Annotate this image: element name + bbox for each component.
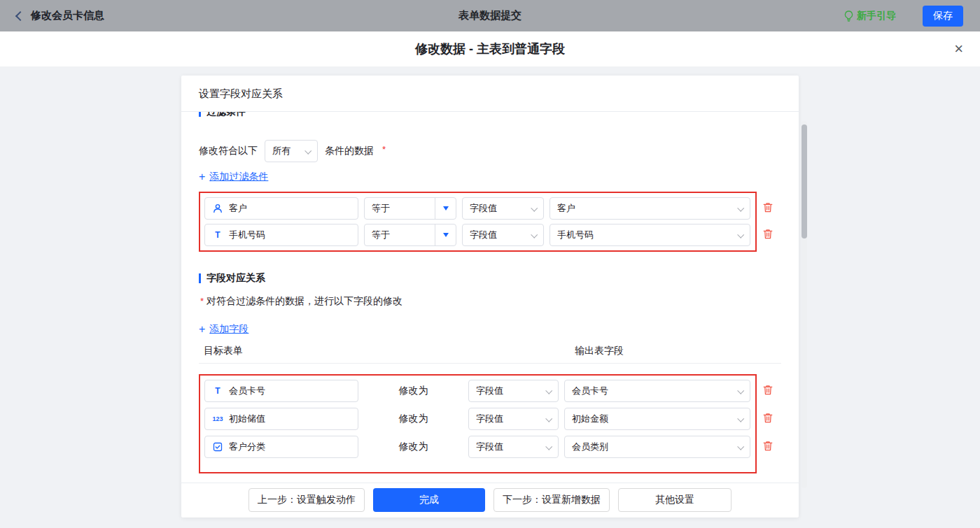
filter-row: 客户 等于 字段值 客户: [204, 197, 751, 220]
scrollbar-thumb[interactable]: [802, 124, 807, 238]
value-select[interactable]: 手机号码: [550, 224, 750, 246]
operator-select[interactable]: 等于: [364, 197, 456, 220]
next-step-button[interactable]: 下一步：设置新增数据: [493, 488, 610, 512]
delete-row-button[interactable]: [761, 227, 775, 243]
target-field-label: 会员卡号: [229, 385, 265, 397]
value-type-label: 字段值: [476, 385, 503, 397]
trash-icon: [762, 228, 774, 240]
value-type-select[interactable]: 字段值: [462, 224, 544, 246]
modify-to-label: 修改为: [358, 441, 468, 453]
delete-row-button[interactable]: [761, 411, 775, 427]
plus-icon: +: [199, 323, 205, 336]
value-type-select[interactable]: 字段值: [462, 197, 544, 220]
value-label: 客户: [557, 202, 575, 215]
trash-icon: [762, 440, 774, 452]
modify-to-label: 修改为: [358, 385, 468, 397]
filter-field-label: 手机号码: [229, 229, 265, 241]
filter-field-input[interactable]: 客户: [204, 197, 358, 220]
output-field-label: 会员卡号: [572, 385, 608, 397]
value-type-select[interactable]: 字段值: [468, 408, 559, 430]
output-field-label: 初始金额: [572, 413, 608, 425]
trash-icon: [762, 384, 774, 396]
back-label: 修改会员卡信息: [31, 9, 104, 22]
text-field-icon: T: [212, 230, 223, 240]
match-scope-select[interactable]: 所有: [265, 140, 318, 162]
modal-title: 修改数据 - 主表到普通字段: [415, 41, 565, 57]
filter-section-title-clipped: 过滤条件: [199, 112, 781, 120]
target-field-input[interactable]: 123 初始储值: [204, 408, 358, 430]
beginner-guide-button[interactable]: 新手引导: [844, 10, 896, 22]
add-filter-condition-label: 添加过滤条件: [209, 171, 268, 183]
number-field-icon: 123: [212, 415, 223, 422]
mapping-rows-region: T 会员卡号 修改为 字段值 会员卡号: [199, 374, 757, 473]
target-field-label: 初始储值: [229, 413, 265, 425]
filter-row: T 手机号码 等于 字段值 手机号码: [204, 224, 751, 246]
add-filter-condition-link[interactable]: + 添加过滤条件: [199, 171, 268, 183]
mapping-row: T 会员卡号 修改为 字段值 会员卡号: [204, 380, 751, 402]
topbar: 修改会员卡信息 表单数据提交 新手引导 保存: [0, 0, 980, 31]
chevron-down-icon: [531, 204, 538, 211]
operator-dropdown-button[interactable]: [435, 224, 456, 245]
back-button[interactable]: 修改会员卡信息: [17, 9, 104, 22]
mapping-row: 客户分类 修改为 字段值 会员类别: [204, 436, 751, 458]
output-field-select[interactable]: 初始金额: [564, 408, 750, 430]
target-field-label: 客户分类: [229, 441, 265, 453]
mapping-row: 123 初始储值 修改为 字段值 初始金额: [204, 408, 751, 430]
other-settings-button[interactable]: 其他设置: [618, 488, 732, 512]
user-icon: [212, 204, 223, 213]
settings-card: 设置字段对应关系 过滤条件 修改符合以下 所有 条件的数据 *: [181, 76, 799, 518]
topbar-actions: 新手引导 保存: [844, 6, 963, 27]
delete-row-button[interactable]: [761, 438, 775, 455]
section-accent-bar: [199, 112, 201, 117]
value-type-label: 字段值: [476, 413, 503, 425]
chevron-down-icon: [737, 204, 744, 211]
chevron-down-icon: [737, 387, 744, 394]
value-type-label: 字段值: [470, 229, 497, 241]
match-prefix-label: 修改符合以下: [199, 145, 258, 157]
mapping-column-headers: 目标表单 输出表字段: [199, 345, 781, 364]
output-field-select[interactable]: 会员卡号: [564, 380, 750, 402]
output-field-label: 会员类别: [572, 441, 608, 453]
add-field-link[interactable]: + 添加字段: [199, 323, 248, 336]
chevron-down-icon: [737, 415, 744, 422]
match-scope-value: 所有: [272, 145, 290, 157]
chevron-down-icon: [304, 147, 312, 154]
filter-section-title: 过滤条件: [206, 112, 246, 118]
lightbulb-icon: [844, 10, 853, 22]
value-type-select[interactable]: 字段值: [468, 436, 559, 458]
text-field-icon: T: [212, 386, 223, 396]
close-icon[interactable]: ×: [954, 41, 963, 57]
output-field-select[interactable]: 会员类别: [564, 436, 750, 458]
value-label: 手机号码: [557, 229, 594, 241]
filter-field-input[interactable]: T 手机号码: [204, 224, 358, 246]
delete-row-button[interactable]: [761, 383, 775, 399]
scrollbar[interactable]: [802, 121, 807, 488]
trash-icon: [762, 201, 774, 213]
chevron-down-icon: [545, 443, 552, 450]
column-header-output: 输出表字段: [575, 345, 624, 357]
plus-icon: +: [199, 171, 205, 183]
delete-row-button[interactable]: [761, 200, 775, 217]
chevron-down-icon: [545, 387, 552, 394]
mapping-description: 对符合过滤条件的数据，进行以下字段的修改: [206, 295, 402, 308]
save-button[interactable]: 保存: [923, 6, 963, 27]
caret-down-icon: [443, 233, 449, 237]
trash-icon: [762, 412, 774, 424]
mapping-section-title: 字段对应关系: [206, 272, 265, 285]
value-select[interactable]: 客户: [550, 197, 750, 220]
target-field-input[interactable]: T 会员卡号: [204, 380, 358, 402]
prev-step-button[interactable]: 上一步：设置触发动作: [248, 488, 365, 512]
match-scope-row: 修改符合以下 所有 条件的数据 *: [199, 140, 781, 162]
add-field-label: 添加字段: [209, 323, 248, 336]
select-field-icon: [212, 442, 223, 452]
done-button[interactable]: 完成: [373, 488, 485, 512]
match-suffix-label: 条件的数据: [325, 145, 374, 157]
chevron-down-icon: [545, 415, 552, 422]
mapping-description-row: * 对符合过滤条件的数据，进行以下字段的修改: [199, 295, 781, 308]
page-title: 表单数据提交: [0, 9, 980, 22]
operator-select[interactable]: 等于: [364, 224, 456, 246]
modal-body: 设置字段对应关系 过滤条件 修改符合以下 所有 条件的数据 *: [0, 76, 980, 528]
target-field-input[interactable]: 客户分类: [204, 436, 358, 458]
operator-dropdown-button[interactable]: [435, 198, 456, 219]
value-type-select[interactable]: 字段值: [468, 380, 559, 402]
